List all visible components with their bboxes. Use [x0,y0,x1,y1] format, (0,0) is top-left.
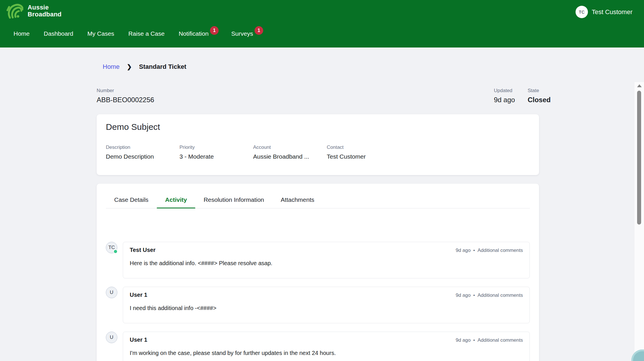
ticket-number-label: Number [97,88,154,94]
comment-message: I'm working on the case, please stand by… [130,350,523,356]
tab-attachments[interactable]: Attachments [272,196,323,208]
comment-author: Test User [130,247,156,253]
breadcrumb-current: Standard Ticket [139,63,186,71]
ticket-number-block: Number ABB-BEO0002256 [97,88,154,104]
tab-resolution-information[interactable]: Resolution Information [195,196,272,208]
case-field-contact: Contact Test Customer [327,145,400,160]
avatar: U [106,332,117,343]
nav-item-home[interactable]: Home [14,30,30,39]
case-summary-card: Demo Subject Description Demo Descriptio… [97,114,539,175]
activity-avatar-wrap: U [106,287,117,323]
case-field-priority: Priority 3 - Moderate [179,145,253,160]
activity-item: U User 1 9d ago • Additional comments I … [106,287,530,323]
ticket-status-block: Updated 9d ago State Closed [494,88,551,104]
comment-meta: 9d ago • Additional comments [456,292,523,298]
breadcrumb: Home ❯ Standard Ticket [103,63,186,71]
comment-meta: 9d ago • Additional comments [456,337,523,343]
comment-author: User 1 [130,337,147,343]
case-title: Demo Subject [106,122,530,132]
bullet-separator: • [473,292,475,298]
vertical-scrollbar[interactable] [635,82,644,361]
feedback-widget-button[interactable] [631,349,644,361]
user-name: Test Customer [592,8,632,16]
tabbar: Case Details Activity Resolution Informa… [106,184,530,208]
ticket-updated-value: 9d ago [494,96,515,104]
surveys-count-badge: 1 [255,26,263,35]
nav-item-surveys[interactable]: Surveys 1 [231,30,262,39]
comment-meta: 9d ago • Additional comments [456,248,523,253]
logo-wordmark: Aussie Broadband [28,4,62,18]
comment-message: Here is the additional info. <####> Plea… [130,260,523,267]
ticket-state-value: Closed [528,96,551,104]
case-field-description: Description Demo Description [106,145,179,160]
ticket-state-block: State Closed [528,88,551,104]
activity-avatar-wrap: TC [106,242,117,278]
case-fields: Description Demo Description Priority 3 … [106,145,530,160]
comment-author: User 1 [130,292,147,298]
tab-activity[interactable]: Activity [157,196,195,208]
avatar: U [106,287,117,298]
scrollbar-thumb[interactable] [637,91,641,225]
nav-item-my-cases[interactable]: My Cases [87,30,114,39]
main-nav: Home Dashboard My Cases Raise a Case Not… [14,30,262,39]
nav-item-notification[interactable]: Notification 1 [179,30,217,39]
user-menu[interactable]: TC Test Customer [576,6,632,18]
activity-feed: TC Test User 9d ago • Additional comment… [106,242,530,361]
activity-avatar-wrap: U [106,332,117,361]
online-status-dot [113,249,118,254]
user-avatar: TC [576,6,588,18]
fingerprint-logo-icon [6,3,23,19]
app-header: Aussie Broadband TC Test Customer Home D… [0,0,644,48]
ticket-state-label: State [528,88,551,94]
activity-item: TC Test User 9d ago • Additional comment… [106,242,530,278]
aussie-broadband-logo[interactable]: Aussie Broadband [6,3,62,19]
case-detail-card: Case Details Activity Resolution Informa… [97,184,539,361]
activity-item: U User 1 9d ago • Additional comments I'… [106,332,530,361]
notification-count-badge: 1 [210,26,219,35]
bullet-separator: • [473,337,475,343]
ticket-updated-label: Updated [494,88,515,94]
activity-comment-card: User 1 9d ago • Additional comments I ne… [123,287,530,323]
ticket-number-value: ABB-BEO0002256 [97,96,154,104]
nav-item-dashboard[interactable]: Dashboard [44,30,73,39]
breadcrumb-home-link[interactable]: Home [103,63,120,71]
activity-comment-card: Test User 9d ago • Additional comments H… [123,242,530,278]
chevron-right-icon: ❯ [127,63,132,70]
scroll-up-icon[interactable] [637,84,642,87]
comment-message: I need this additional info -<####> [130,305,523,311]
bullet-separator: • [473,248,475,253]
case-field-account: Account Aussie Broadband ... [253,145,327,160]
activity-comment-card: User 1 9d ago • Additional comments I'm … [123,332,530,361]
tab-case-details[interactable]: Case Details [106,196,157,208]
ticket-updated-block: Updated 9d ago [494,88,515,104]
nav-item-raise-a-case[interactable]: Raise a Case [128,30,165,39]
